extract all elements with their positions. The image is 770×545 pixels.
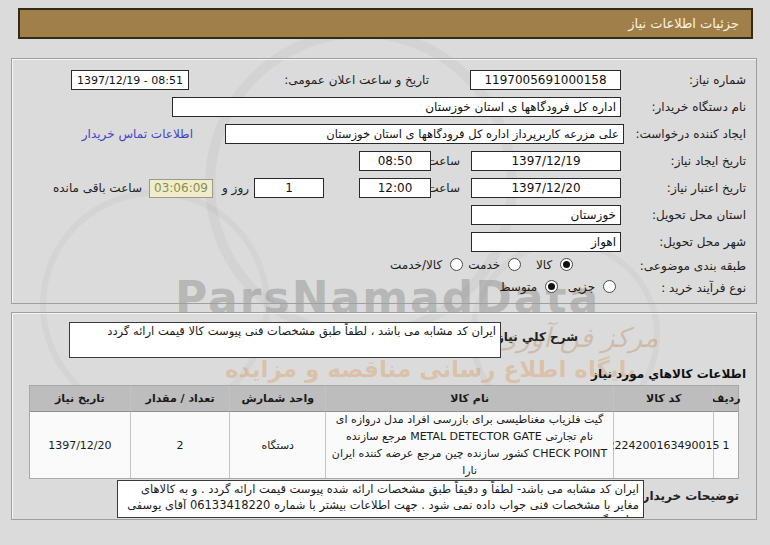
row-need-number: شماره نیاز: تاریخ و ساعت اعلان عمومی: [12, 69, 756, 93]
province-label: استان محل تحویل: [652, 208, 746, 222]
items-section-title: اطلاعات کالاهاي مورد نياز [591, 367, 746, 381]
process-option-jozii-label: جزیی [568, 280, 595, 294]
expiry-time-label: ساعت [427, 181, 460, 195]
col-header-row: ردیف [713, 386, 738, 412]
buyer-org-label: نام دستگاه خریدار: [652, 100, 747, 114]
remaining-days-input[interactable] [254, 178, 324, 198]
cell-item-code: 2224200163490015 [613, 412, 713, 478]
classification-option-kala-khedmat[interactable]: کالا/خدمت [390, 258, 463, 272]
row-created-date: تاریخ ایجاد نیاز: ساعت [12, 150, 756, 174]
row-province: استان محل تحویل: [12, 204, 756, 228]
page: { "header": { "title": "جزئیات اطلاعات ن… [0, 0, 770, 545]
col-header-unit: واحد شمارش [229, 386, 325, 412]
created-time-input[interactable] [359, 151, 431, 171]
need-number-input[interactable] [470, 70, 621, 90]
cell-item-unit: دستگاه [229, 412, 325, 478]
col-header-code: کد کالا [613, 386, 713, 412]
items-table-header: ردیف کد کالا نام کالا واحد شمارش تعداد /… [30, 386, 738, 412]
created-date-input[interactable] [471, 151, 621, 171]
row-classification: طبقه بندی موضوعی: کالا خدمت کالا/خدمت [12, 255, 756, 279]
row-city: شهر محل تحویل: [12, 231, 756, 255]
page-title-bar: جزئیات اطلاعات نیاز [18, 8, 753, 39]
buyer-notes-label: توضیحات خریدار: [638, 489, 739, 503]
buyer-org-input[interactable] [172, 97, 621, 117]
description-label: شرح کلي نياز: [492, 330, 578, 344]
col-header-qty: تعداد / مقدار [130, 386, 230, 412]
need-number-label: شماره نیاز: [689, 73, 746, 87]
remaining-countdown: 03:06:09 [149, 179, 213, 198]
buyer-notes-textarea[interactable]: ایران کد مشابه می باشد- لطفاً و دقیقاً ط… [117, 480, 644, 518]
process-option-motevasset-label: متوسط [499, 280, 537, 294]
need-details-panel: شرح کلي نياز: ایران کد مشابه می باشد ، ل… [11, 312, 757, 520]
radio-motevasset-icon[interactable] [545, 280, 558, 293]
announce-datetime-input[interactable] [71, 70, 189, 90]
cell-item-need-date: 1397/12/20 [30, 412, 130, 478]
radio-kala-khedmat-icon[interactable] [450, 258, 463, 271]
radio-kala-icon[interactable] [560, 258, 573, 271]
classification-option-khedmat-label: خدمت [468, 258, 500, 272]
page-title: جزئیات اطلاعات نیاز [628, 16, 739, 31]
cell-item-qty: 2 [130, 412, 230, 478]
remaining-days-label: روز و [222, 181, 249, 195]
process-type-label: نوع فرآیند خرید : [661, 281, 746, 295]
expiry-time-input[interactable] [359, 178, 431, 198]
province-input[interactable] [471, 205, 621, 225]
requester-label: ایجاد کننده درخواست: [635, 127, 746, 141]
requester-input[interactable] [225, 124, 624, 144]
cell-item-name: گیت فلزیاب مغناطیسی برای بازرسی افراد مد… [325, 412, 613, 478]
classification-option-khedmat[interactable]: خدمت [468, 258, 521, 272]
col-header-date: تاریخ نیاز [30, 386, 130, 412]
classification-option-kala-khedmat-label: کالا/خدمت [390, 258, 442, 272]
classification-option-kala-label: کالا [536, 258, 552, 272]
process-option-motevasset[interactable]: متوسط [499, 280, 558, 294]
description-textarea[interactable]: ایران کد مشابه می باشد ، لطفاً طبق مشخصا… [69, 322, 501, 358]
announce-datetime-label: تاریخ و ساعت اعلان عمومی: [284, 73, 429, 87]
buyer-contact-link[interactable]: اطلاعات تماس خریدار [82, 127, 193, 141]
row-expiry-date: تاریخ اعتبار نیاز: ساعت روز و 03:06:09 س… [12, 177, 756, 201]
expiry-date-input[interactable] [471, 178, 621, 198]
radio-jozii-icon[interactable] [603, 280, 616, 293]
remaining-suffix-label: ساعت باقی مانده [53, 181, 142, 195]
process-option-jozii[interactable]: جزیی [568, 280, 616, 294]
items-table: ردیف کد کالا نام کالا واحد شمارش تعداد /… [29, 385, 739, 479]
row-requester: ایجاد کننده درخواست: اطلاعات تماس خریدار [12, 123, 756, 147]
table-row: 1 2224200163490015 گیت فلزیاب مغناطیسی ب… [30, 412, 738, 478]
city-input[interactable] [471, 232, 621, 252]
created-date-label: تاریخ ایجاد نیاز: [671, 154, 746, 168]
radio-khedmat-icon[interactable] [508, 258, 521, 271]
created-time-label: ساعت [427, 154, 460, 168]
col-header-name: نام کالا [325, 386, 613, 412]
row-buyer-org: نام دستگاه خریدار: [12, 96, 756, 120]
expiry-date-label: تاریخ اعتبار نیاز: [667, 181, 746, 195]
need-info-panel: شماره نیاز: تاریخ و ساعت اعلان عمومی: نا… [11, 58, 757, 304]
classification-label: طبقه بندی موضوعی: [640, 259, 746, 273]
classification-option-kala[interactable]: کالا [536, 258, 573, 272]
city-label: شهر محل تحویل: [659, 235, 746, 249]
row-process-type: نوع فرآیند خرید : جزیی متوسط [12, 277, 756, 301]
